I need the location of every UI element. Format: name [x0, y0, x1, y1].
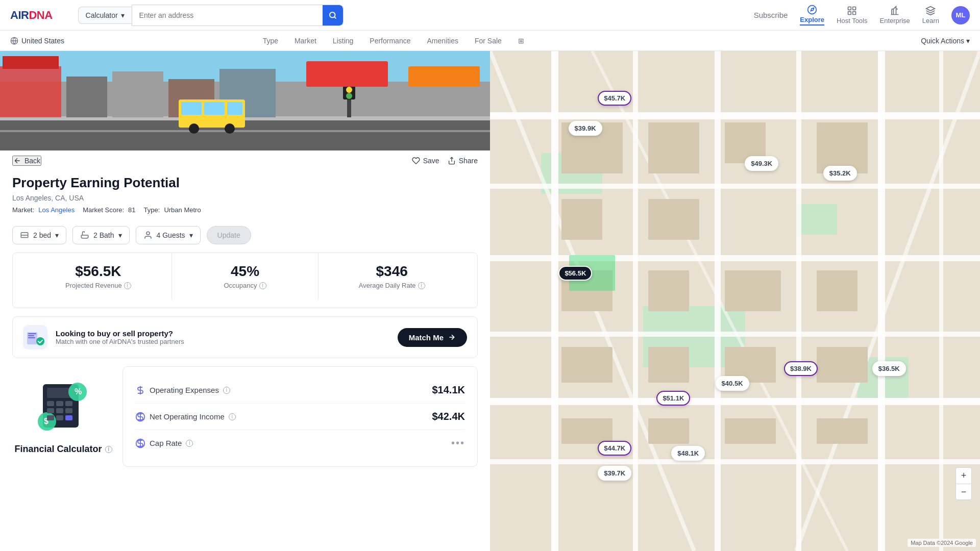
- noi-info-icon[interactable]: i: [229, 413, 236, 420]
- match-me-label: Match Me: [409, 333, 444, 342]
- update-button[interactable]: Update: [207, 226, 251, 244]
- host-tools-nav-item[interactable]: Host Tools: [837, 6, 867, 24]
- sub-nav-listing[interactable]: Listing: [333, 37, 353, 45]
- subscribe-link[interactable]: Subscribe: [754, 11, 788, 19]
- share-button[interactable]: Share: [448, 157, 478, 165]
- map-price-44k[interactable]: $44.7K: [598, 441, 631, 456]
- bed-selector[interactable]: 2 bed ▾: [12, 226, 66, 244]
- back-button[interactable]: Back: [12, 156, 41, 166]
- search-input[interactable]: [132, 7, 323, 23]
- income-icon: [135, 412, 145, 422]
- match-banner: Looking to buy or sell property? Match w…: [12, 316, 478, 358]
- map-price-45k[interactable]: $45.7K: [598, 91, 631, 106]
- user-avatar[interactable]: ML: [951, 6, 970, 24]
- quick-actions-button[interactable]: Quick Actions ▾: [921, 37, 970, 45]
- zoom-in-button[interactable]: +: [955, 467, 972, 484]
- property-image: [0, 51, 490, 151]
- svg-rect-46: [47, 408, 54, 413]
- logo[interactable]: AIRDNA: [10, 9, 53, 22]
- enterprise-nav-item[interactable]: Enterprise: [880, 6, 910, 24]
- match-me-button[interactable]: Match Me: [398, 328, 467, 347]
- svg-rect-10: [0, 130, 490, 132]
- map-price-39k[interactable]: $39.9K: [569, 121, 602, 136]
- cap-rate-info-icon[interactable]: i: [186, 440, 193, 447]
- map-price-38k[interactable]: $38.9K: [784, 361, 818, 376]
- search-button[interactable]: [323, 5, 343, 26]
- person-icon: [143, 231, 153, 240]
- header-nav: Subscribe Explore Host Tools Enterprise: [754, 5, 970, 26]
- svg-rect-48: [65, 408, 72, 413]
- svg-rect-21: [227, 102, 242, 115]
- bed-value: 2 bed: [33, 231, 51, 239]
- map-price-36k[interactable]: $36.5K: [872, 361, 906, 376]
- property-location: Los Angeles, CA, USA: [12, 194, 478, 202]
- heart-icon: [412, 157, 420, 165]
- search-type-button[interactable]: Calculator ▾: [78, 7, 132, 24]
- svg-rect-2: [848, 7, 851, 10]
- svg-rect-20: [204, 102, 225, 115]
- calculator-section: % $: [12, 366, 114, 467]
- bath-selector[interactable]: 2 Bath ▾: [72, 226, 129, 244]
- map-price-40k[interactable]: $40.5K: [716, 376, 749, 391]
- revenue-label: Projected Revenue i: [33, 282, 163, 289]
- svg-rect-47: [56, 408, 63, 413]
- market-label: Market:: [12, 206, 34, 214]
- map-price-labels: $45.7K $39.9K $49.3K $35.2K $56.5K $38.9…: [490, 51, 980, 551]
- sub-nav-for-sale[interactable]: For Sale: [475, 37, 502, 45]
- match-text: Looking to buy or sell property? Match w…: [56, 329, 389, 345]
- operating-expenses-row: Operating Expenses i $14.1K: [135, 377, 465, 404]
- market-score-label: Market Score:: [83, 206, 124, 214]
- svg-rect-5: [853, 12, 856, 15]
- revenue-info-icon[interactable]: i: [124, 282, 131, 289]
- sub-nav-amenities[interactable]: Amenities: [427, 37, 458, 45]
- market-link[interactable]: Los Angeles: [38, 206, 75, 214]
- expenses-info-icon[interactable]: i: [223, 387, 230, 394]
- occupancy-label: Occupancy i: [180, 282, 310, 289]
- back-label: Back: [24, 157, 40, 165]
- guests-selector[interactable]: 4 Guests ▾: [136, 226, 201, 244]
- map-price-51k[interactable]: $51.1K: [656, 391, 690, 406]
- globe-icon: [10, 37, 18, 45]
- svg-rect-30: [408, 66, 480, 87]
- market-score-value: 81: [128, 206, 135, 214]
- sub-nav-type[interactable]: Type: [263, 37, 278, 45]
- share-label: Share: [459, 157, 478, 165]
- daily-rate-info-icon[interactable]: i: [418, 282, 425, 289]
- explore-nav-item[interactable]: Explore: [800, 5, 824, 26]
- sub-nav-expand-icon[interactable]: ⊞: [518, 37, 524, 45]
- svg-rect-49: [47, 415, 54, 420]
- chevron-down-icon: ▾: [189, 231, 193, 239]
- daily-rate-stat: $346 Average Daily Rate i: [318, 253, 465, 299]
- sub-nav-market[interactable]: Market: [295, 37, 316, 45]
- header: AIRDNA Calculator ▾ Subscribe Explore: [0, 0, 980, 31]
- map-price-56k-selected[interactable]: $56.5K: [558, 266, 592, 281]
- svg-rect-35: [28, 337, 35, 338]
- svg-point-28: [346, 93, 352, 99]
- map-price-39k-b[interactable]: $39.7K: [598, 466, 631, 481]
- calculator-info-icon[interactable]: i: [105, 446, 112, 453]
- map-attribution: Map Data ©2024 Google: [908, 539, 976, 547]
- learn-label: Learn: [922, 17, 939, 24]
- occupancy-info-icon[interactable]: i: [259, 282, 266, 289]
- arrow-right-icon: [448, 333, 456, 341]
- save-button[interactable]: Save: [412, 157, 439, 165]
- left-panel: Back Save Share Property Earning Potenti…: [0, 51, 490, 551]
- svg-point-1: [808, 6, 817, 14]
- cap-rate-value: •••: [451, 437, 465, 449]
- search-input-wrap: [132, 5, 344, 26]
- map-price-48k[interactable]: $48.1K: [671, 446, 705, 461]
- financial-section: % $: [0, 366, 490, 467]
- map-price-35k[interactable]: $35.2K: [823, 166, 857, 181]
- svg-rect-43: [47, 401, 54, 406]
- type-label: Type:: [144, 206, 160, 214]
- property-controls: 2 bed ▾ 2 Bath ▾ 4 Guests ▾ Update: [0, 222, 490, 253]
- map-zoom-controls: + −: [955, 467, 972, 500]
- learn-nav-item[interactable]: Learn: [922, 6, 939, 24]
- sub-nav-performance[interactable]: Performance: [370, 37, 410, 45]
- calculator-icon: % $: [33, 377, 94, 438]
- map-price-49k[interactable]: $49.3K: [745, 156, 778, 171]
- share-icon: [448, 157, 456, 165]
- svg-rect-13: [3, 56, 59, 69]
- svg-rect-19: [181, 102, 202, 115]
- zoom-out-button[interactable]: −: [955, 484, 972, 500]
